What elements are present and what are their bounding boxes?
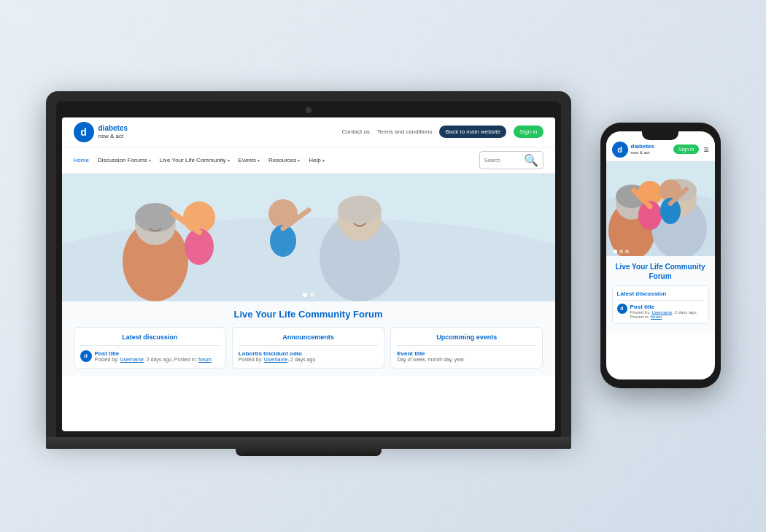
hero-banner: [62, 174, 555, 301]
chevron-down-icon: ▾: [228, 158, 230, 163]
logo-sub: nsw & act: [98, 133, 128, 140]
username-link[interactable]: Username: [264, 357, 287, 362]
announcement-meta: Posted by: Username, 2 days ago: [239, 357, 315, 362]
nav-discussion-forums[interactable]: Discussion Forums ▾: [98, 157, 151, 163]
search-input[interactable]: [484, 158, 521, 163]
nav-events[interactable]: Events ▾: [239, 157, 260, 163]
phone-notch: [642, 131, 678, 140]
phone-logo: d diabetes nsw & act: [612, 142, 654, 158]
svg-rect-14: [62, 174, 555, 301]
site-header-top: d diabetes nsw & act Contact us T: [62, 117, 555, 147]
nav-resources[interactable]: Resources ▾: [268, 157, 300, 163]
logo-icon: d: [74, 122, 94, 142]
card-divider: [397, 345, 536, 346]
card-2-post: Lobortis tincidunt odio Posted by: Usern…: [239, 350, 378, 362]
phone-screen: d diabetes nsw & act Sign in ≡: [606, 131, 715, 379]
laptop-base: [46, 437, 571, 449]
announcements-card: Announcements Lobortis tincidunt odio Po…: [232, 327, 384, 369]
hero-image-svg: [62, 174, 555, 301]
phone-post-content: Post title Posted by: Username, 2 days a…: [630, 304, 704, 319]
username-link[interactable]: Username: [120, 357, 144, 362]
card-2-content: Lobortis tincidunt odio Posted by: Usern…: [239, 350, 315, 362]
phone-hero-banner: [606, 161, 715, 256]
phone-post-title[interactable]: Post title: [630, 304, 704, 310]
post-icon: d: [80, 350, 92, 362]
card-3-title: Upcomming events: [397, 334, 536, 341]
logo-area: d diabetes nsw & act: [74, 122, 128, 142]
event-item: Event title Day of week, month day, year: [397, 350, 536, 362]
upcoming-events-card: Upcomming events Event title Day of week…: [390, 327, 543, 369]
phone-post-icon: d: [617, 304, 627, 314]
phone-logo-sub: nsw & act: [631, 150, 654, 155]
forum-section: Live Your Life Community Forum Latest di…: [62, 301, 555, 376]
hero-dot-2[interactable]: [310, 293, 314, 297]
phone-post-meta: Posted by: Username, 2 days ago, Posted …: [630, 310, 704, 319]
card-divider: [80, 345, 220, 346]
phone-header-right: Sign in ≡: [673, 144, 708, 155]
search-icon[interactable]: 🔍: [524, 153, 538, 167]
logo-name: diabetes: [98, 124, 128, 133]
phone-card-post: d Post title Posted by: Username, 2 days…: [617, 304, 704, 319]
nav-help[interactable]: Help ▾: [309, 157, 324, 163]
back-to-main-button[interactable]: Back to main website: [439, 126, 506, 138]
phone-forum-section: Live Your Life Community Forum Latest di…: [606, 256, 715, 333]
chevron-down-icon: ▾: [298, 158, 300, 163]
forum-cards: Latest discussion d Post title Posted by…: [74, 327, 543, 369]
phone-forum-link[interactable]: forum: [651, 315, 662, 319]
phone-latest-discussion-card: Latest discussion d Post title Posted by…: [612, 285, 709, 324]
phone-device: d diabetes nsw & act Sign in ≡: [600, 123, 721, 388]
logo-text-area: diabetes nsw & act: [98, 124, 128, 140]
event-title[interactable]: Event title: [397, 350, 536, 357]
phone-logo-name: diabetes: [631, 143, 654, 150]
phone-signin-button[interactable]: Sign in: [673, 144, 699, 154]
laptop-device: d diabetes nsw & act Contact us T: [46, 91, 571, 456]
laptop-screen: d diabetes nsw & act Contact us T: [62, 117, 555, 431]
card-2-title: Announcements: [239, 334, 378, 341]
phone-card-title: Latest discussion: [617, 290, 704, 297]
phone-hero-dots: [614, 250, 629, 253]
post-title-link[interactable]: Post title: [95, 350, 212, 357]
phone-dot-1[interactable]: [614, 250, 617, 253]
forum-title: Live Your Life Community Forum: [74, 309, 543, 320]
nav-home[interactable]: Home: [74, 157, 89, 163]
hero-dots: [303, 293, 314, 297]
chevron-down-icon: ▾: [322, 158, 325, 163]
contact-link[interactable]: Contact us: [342, 128, 370, 135]
nav-live-your-life[interactable]: Live Your Life Community ▾: [160, 157, 230, 163]
card-1-content: Post title Posted by: Username, 2 days a…: [95, 350, 212, 362]
chevron-down-icon: ▾: [258, 158, 260, 163]
announcement-title[interactable]: Lobortis tincidunt odio: [239, 350, 315, 357]
hamburger-icon[interactable]: ≡: [703, 144, 708, 155]
phone-forum-title: Live Your Life Community Forum: [612, 262, 709, 281]
signin-button[interactable]: Sign in: [514, 126, 543, 138]
phone-card-divider: [617, 300, 704, 301]
phone-dot-3[interactable]: [625, 250, 629, 253]
terms-link[interactable]: Terms and conditions: [377, 128, 433, 135]
scene: d diabetes nsw & act Contact us T: [0, 0, 766, 532]
phone-hero-svg: [606, 161, 715, 256]
site-nav: Home Discussion Forums ▾ Live Your Life …: [62, 147, 555, 174]
laptop-stand: [236, 449, 382, 456]
phone-logo-text-area: diabetes nsw & act: [631, 143, 654, 155]
search-box[interactable]: 🔍: [479, 151, 543, 169]
phone-logo-icon: d: [612, 142, 628, 158]
post-meta: Posted by: Username, 2 days ago, Posted …: [95, 357, 212, 362]
card-divider: [239, 345, 378, 346]
phone-dot-2[interactable]: [619, 250, 623, 253]
card-1-post: d Post title Posted by: Username, 2 days…: [80, 350, 220, 362]
card-1-title: Latest discussion: [80, 334, 220, 341]
event-date: Day of week, month day, year: [397, 357, 536, 362]
hero-dot-1[interactable]: [303, 293, 307, 297]
forum-link[interactable]: forum: [198, 357, 212, 362]
latest-discussion-card: Latest discussion d Post title Posted by…: [74, 327, 226, 369]
chevron-down-icon: ▾: [149, 158, 151, 163]
header-links: Contact us Terms and conditions Back to …: [342, 126, 543, 138]
